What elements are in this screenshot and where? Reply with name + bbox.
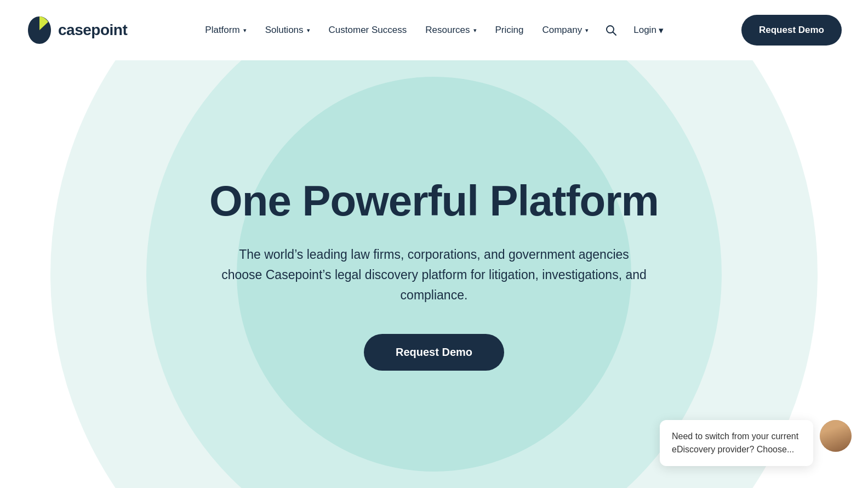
chat-message: Need to switch from your current eDiscov… xyxy=(672,432,798,454)
hero-subtitle: The world’s leading law firms, corporati… xyxy=(220,245,648,305)
svg-line-1 xyxy=(613,32,616,36)
nav-item-customer-success[interactable]: Customer Success xyxy=(321,20,415,40)
login-button[interactable]: Login ▾ xyxy=(626,20,671,41)
search-button[interactable] xyxy=(599,20,623,41)
chevron-down-icon: ▾ xyxy=(307,27,310,34)
nav-item-pricing[interactable]: Pricing xyxy=(488,20,532,40)
nav-item-solutions[interactable]: Solutions ▾ xyxy=(258,20,318,40)
chat-widget: Need to switch from your current eDiscov… xyxy=(660,420,852,466)
chat-avatar[interactable] xyxy=(820,420,852,452)
main-nav: Platform ▾ Solutions ▾ Customer Success … xyxy=(197,20,671,41)
header: casepoint Platform ▾ Solutions ▾ Custome… xyxy=(0,0,868,60)
logo-text: casepoint xyxy=(58,21,127,39)
chevron-down-icon: ▾ xyxy=(585,27,589,34)
request-demo-hero-button[interactable]: Request Demo xyxy=(364,334,504,371)
nav-item-resources[interactable]: Resources ▾ xyxy=(418,20,484,40)
chevron-down-icon: ▾ xyxy=(473,27,477,34)
request-demo-header-button[interactable]: Request Demo xyxy=(741,15,842,46)
logo[interactable]: casepoint xyxy=(26,15,127,46)
hero-content: One Powerful Platform The world’s leadin… xyxy=(187,178,681,370)
hero-title: One Powerful Platform xyxy=(209,178,659,225)
chat-bubble[interactable]: Need to switch from your current eDiscov… xyxy=(660,420,813,466)
logo-icon xyxy=(26,15,53,46)
search-icon xyxy=(605,24,617,36)
nav-item-platform[interactable]: Platform ▾ xyxy=(197,20,254,40)
chevron-down-icon: ▾ xyxy=(243,27,247,34)
chevron-down-icon: ▾ xyxy=(659,25,664,36)
chat-avatar-image xyxy=(820,420,852,452)
nav-item-company[interactable]: Company ▾ xyxy=(534,20,596,40)
